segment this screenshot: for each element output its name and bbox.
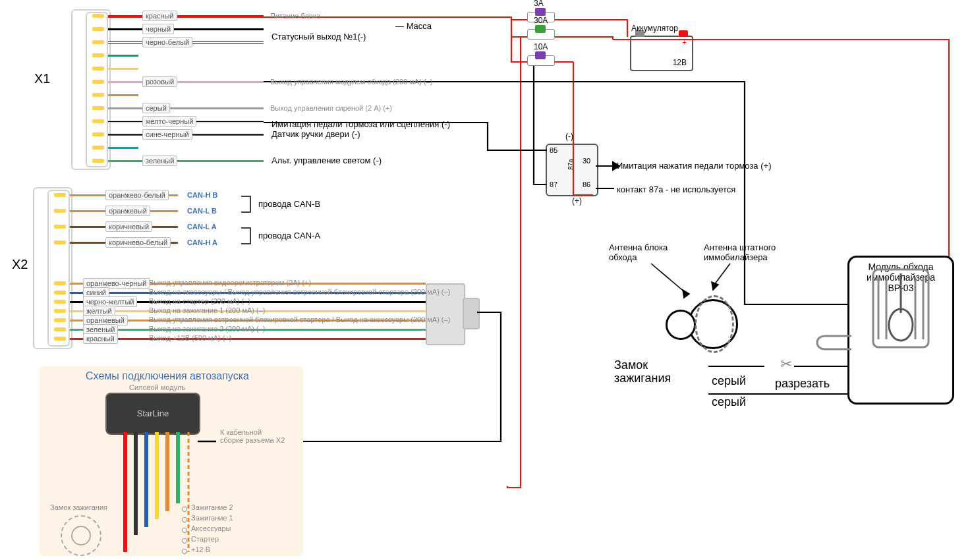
legend-item: Зажигание 2 xyxy=(191,503,233,511)
autostart-lock-core xyxy=(71,526,91,546)
connector-pin xyxy=(92,67,104,70)
wire-tag: черный xyxy=(142,24,174,34)
connector-pin xyxy=(92,40,104,44)
legend-item: Стартер xyxy=(191,535,219,543)
wire-desc: Выход управления модулем обхода (200 мА)… xyxy=(270,78,432,86)
wire xyxy=(108,107,264,109)
can-signal: CAN-H B xyxy=(187,191,217,199)
wire-desc: Выход на аксессуары / Выход управления в… xyxy=(149,288,450,296)
connector-pin xyxy=(92,53,104,57)
wire-tag: сине-черный xyxy=(142,129,192,140)
wire xyxy=(108,81,264,83)
wire-tag: коричневый xyxy=(105,221,152,232)
wire-tag: розовый xyxy=(142,76,177,87)
fuse-label: 3А xyxy=(534,0,544,8)
connector-pin xyxy=(92,119,104,123)
wire-tag: серый xyxy=(142,103,170,113)
can-signal: CAN-L A xyxy=(187,223,217,231)
wire-desc: Выход управления сиреной (2 А) (+) xyxy=(270,104,392,112)
connector-pin xyxy=(92,132,104,136)
connector-pin xyxy=(92,14,104,18)
can-signal: CAN-H A xyxy=(187,238,217,246)
wire-tag: желто-черный xyxy=(142,116,196,126)
wire-tag: красный xyxy=(83,333,118,344)
wire-desc: Выход на стартер (200 мА) (–) xyxy=(149,297,250,305)
wire-tag: оранжевый xyxy=(105,206,150,216)
wire-desc: Выход на зажигание 2 (200 мА) (–) xyxy=(149,325,265,333)
wire xyxy=(108,147,138,149)
autostart-lock-label: Замок зажигания xyxy=(50,503,107,511)
wire xyxy=(108,15,264,17)
can-signal: CAN-L B xyxy=(187,207,217,215)
wire xyxy=(108,94,138,96)
connector-pin xyxy=(92,106,104,110)
wire-tag: зеленый xyxy=(142,155,177,166)
wire-tag: красный xyxy=(142,11,177,21)
connector-pin xyxy=(92,146,104,150)
connector-pin xyxy=(92,159,104,163)
fuse-label: 30А xyxy=(534,16,548,25)
connector-pin xyxy=(92,93,104,97)
connector-pin xyxy=(92,80,104,84)
wire-desc: Выход +12В (500 мА) (+) xyxy=(149,334,231,342)
wire xyxy=(108,68,138,70)
connector-pin xyxy=(92,27,104,31)
wire-tag: черно-белый xyxy=(142,37,192,47)
wire-desc: Выход на зажигание 1 (200 мА) (–) xyxy=(149,306,265,314)
fuse-label: 10А xyxy=(534,42,548,51)
legend-item: Зажигание 1 xyxy=(191,514,233,522)
fuse-chip xyxy=(535,51,546,59)
legend-item: Аксессуары xyxy=(191,524,231,532)
wire xyxy=(108,160,264,162)
wire-tag: оранжево-белый xyxy=(105,190,169,200)
wire-tag: коричнево-белый xyxy=(105,237,171,248)
wire-desc: Выход управления встроенной блокировкой … xyxy=(149,316,450,323)
wire xyxy=(108,28,264,30)
fuse-chip xyxy=(535,25,546,33)
fuse-chip xyxy=(535,8,546,16)
legend-item: +12 В xyxy=(191,546,210,553)
wire xyxy=(108,55,138,57)
wire-desc: Питание блока xyxy=(270,12,320,20)
wire-desc: Выход управления видеорегистратором (2А)… xyxy=(149,279,311,287)
to-x2-label: К кабельной сборке разъема X2 xyxy=(220,428,286,444)
